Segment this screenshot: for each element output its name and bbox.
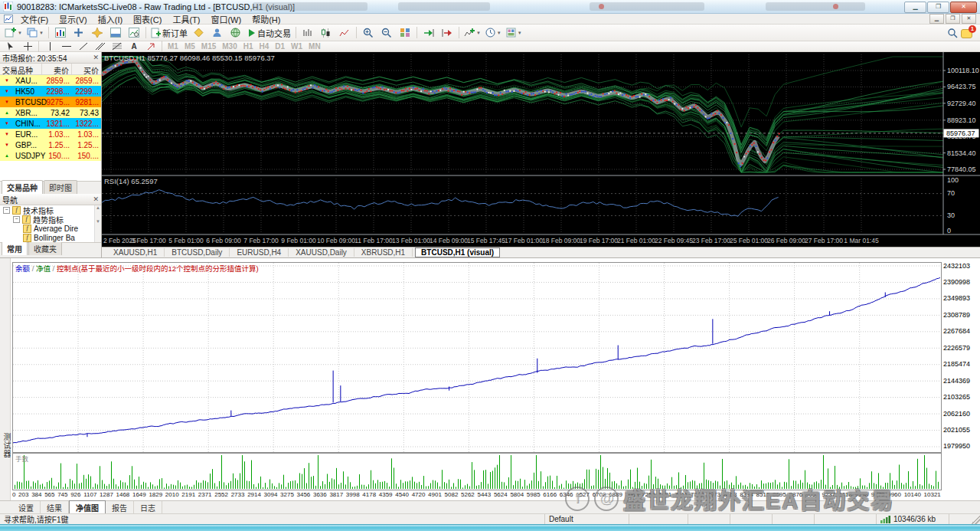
time-tick-label: 19 Feb 17:00 [580, 237, 618, 244]
arrows-tool-button[interactable] [142, 41, 159, 52]
menu-item[interactable]: 工具(T) [167, 13, 205, 25]
column-bid[interactable]: 卖价 [42, 64, 72, 74]
period-button-h4[interactable]: H4 [256, 42, 273, 51]
chart-shift-button[interactable] [438, 25, 456, 41]
navigator-scrollbar[interactable]: ▲▼ [94, 205, 101, 242]
horizontal-line-tool-button[interactable] [58, 41, 75, 52]
vertical-line-tool-button[interactable] [41, 41, 58, 52]
strategy-tester-button[interactable] [125, 25, 143, 41]
menu-item[interactable]: 图表(C) [128, 13, 167, 25]
symbol-cell: ▲XBR... [0, 109, 42, 117]
indicators-button[interactable]: ▼ [462, 25, 483, 41]
auto-scroll-button[interactable] [420, 25, 438, 41]
market-row[interactable]: ▲XBR...73.4273.43 [0, 107, 101, 118]
new-order-button[interactable]: 新订单 [149, 25, 190, 41]
period-button-m5[interactable]: M5 [181, 42, 198, 51]
status-profile[interactable]: Default [545, 514, 629, 524]
tree-expander-icon[interactable]: − [3, 207, 10, 214]
data-window-button[interactable] [70, 25, 88, 41]
navigator-close-icon[interactable]: ✕ [93, 195, 99, 203]
market-row[interactable]: ▼HK502298...2299... [0, 86, 101, 97]
market-row[interactable]: ▲USDJPY150....150.... [0, 150, 101, 161]
text-tool-button[interactable]: A [126, 41, 142, 52]
channel-tool-button[interactable] [92, 41, 109, 52]
chart-tab[interactable]: XAUUSD,Daily [289, 248, 354, 257]
terminal-button[interactable] [106, 25, 125, 41]
metaeditor-button[interactable] [190, 25, 208, 41]
market-row[interactable]: ▼XAU...2859...2859... [0, 75, 101, 86]
tree-item[interactable]: −f趋势指标 [0, 215, 101, 224]
chart-tab[interactable]: BTCUSD,H1 (visual) [415, 247, 500, 257]
tester-tab[interactable]: 设置 [12, 501, 41, 514]
menu-item[interactable]: 插入(I) [93, 13, 128, 25]
tree-item[interactable]: fBollinger Ba [0, 233, 101, 242]
navigator-tab[interactable]: 收藏夹 [28, 241, 62, 255]
market-row[interactable]: ▼EUR...1.03...1.03... [0, 129, 101, 139]
market-row[interactable]: ▼BTCUSD9275...9281... [0, 97, 101, 107]
market-watch-close-icon[interactable]: ✕ [93, 54, 99, 61]
tester-tab[interactable]: 报告 [106, 501, 134, 514]
tester-tab[interactable]: 结果 [41, 501, 69, 514]
menu-item[interactable]: 窗口(W) [205, 13, 247, 25]
tester-graph[interactable]: 余额 / 净值 / 控制点(基于最近的小一级时段内的12个控制点的分形插值计算) [12, 262, 942, 453]
fibonacci-tool-button[interactable] [109, 41, 126, 52]
zoom-in-button[interactable] [359, 25, 377, 41]
menu-item[interactable]: 文件(F) [15, 13, 54, 25]
tester-tab[interactable]: 日志 [134, 501, 162, 514]
new-chart-button[interactable]: ▼ [2, 25, 24, 41]
minimize-button[interactable]: ▁ [904, 2, 926, 13]
resize-grip-icon[interactable] [971, 515, 980, 524]
period-button-h1[interactable]: H1 [240, 42, 256, 51]
mdi-close-button[interactable]: ✕ [962, 14, 976, 24]
market-row[interactable]: ▼GBP...1.25...1.25... [0, 139, 101, 150]
bar-chart-mode-button[interactable] [299, 25, 317, 41]
zoom-out-button[interactable] [377, 25, 396, 41]
tree-item[interactable]: fAverage Dire [0, 224, 101, 233]
chart-tab[interactable]: XAUUSD,H1 [106, 248, 165, 257]
period-button-w1[interactable]: W1 [288, 42, 305, 51]
scripts-globe-button[interactable] [227, 25, 245, 41]
trendline-tool-button[interactable] [75, 41, 92, 52]
period-button-m30[interactable]: M30 [219, 42, 240, 51]
tile-windows-button[interactable] [396, 25, 414, 41]
menu-item[interactable]: 显示(V) [54, 13, 93, 25]
period-button-m1[interactable]: M1 [165, 42, 181, 51]
chart-tab[interactable]: XBRUSD,H1 [354, 248, 413, 257]
menu-item[interactable]: 帮助(H) [247, 13, 286, 25]
period-button-m15[interactable]: M15 [198, 42, 219, 51]
navigator-tab[interactable]: 常用 [2, 241, 28, 255]
line-chart-mode-button[interactable] [335, 25, 354, 41]
expert-advisors-button[interactable] [208, 25, 227, 41]
market-row[interactable]: ▼CHIN...1321...1322... [0, 118, 101, 129]
price-up-icon: ▲ [2, 110, 11, 115]
tester-x-tick: 6166 [543, 491, 557, 500]
close-button[interactable]: ✕ [950, 2, 977, 13]
templates-button[interactable]: ▼ [504, 25, 524, 41]
price-chart[interactable]: 100118.1096423.7592729.4088923.1085228.7… [102, 52, 980, 247]
chart-tab[interactable]: EURUSD,H4 [230, 248, 289, 257]
column-symbol[interactable]: 交易品种 [0, 64, 42, 74]
maximize-button[interactable]: ❐ [927, 2, 949, 13]
rsi-tick-label: 30 [947, 211, 955, 219]
period-button-d1[interactable]: D1 [272, 42, 288, 51]
market-watch-button[interactable] [51, 25, 70, 41]
cursor-tool-button[interactable] [2, 41, 19, 52]
chart-tab[interactable]: BTCUSD,Daily [165, 248, 230, 257]
mdi-minimize-button[interactable]: ▁ [929, 14, 944, 24]
indicator-f-icon: f [22, 215, 31, 224]
periods-button[interactable]: ▼ [483, 25, 504, 41]
crosshair-tool-button[interactable] [19, 41, 36, 52]
column-ask[interactable]: 买价 [72, 64, 101, 74]
tester-tab[interactable]: 净值图 [69, 500, 106, 515]
navigator-button[interactable] [88, 25, 106, 41]
period-button-mn[interactable]: MN [305, 42, 324, 51]
notifications-button[interactable]: 1 [961, 27, 975, 39]
market-watch-tab[interactable]: 交易品种 [2, 180, 43, 194]
autotrading-button[interactable]: 自动交易 [245, 25, 293, 41]
profiles-button[interactable]: ▼ [24, 25, 46, 41]
mdi-restore-button[interactable]: ❐ [946, 14, 960, 24]
tree-expander-icon[interactable]: − [13, 216, 20, 223]
search-icon[interactable] [947, 28, 958, 38]
candlestick-mode-button[interactable] [317, 25, 335, 41]
market-watch-tab[interactable]: 即时图 [44, 180, 77, 194]
